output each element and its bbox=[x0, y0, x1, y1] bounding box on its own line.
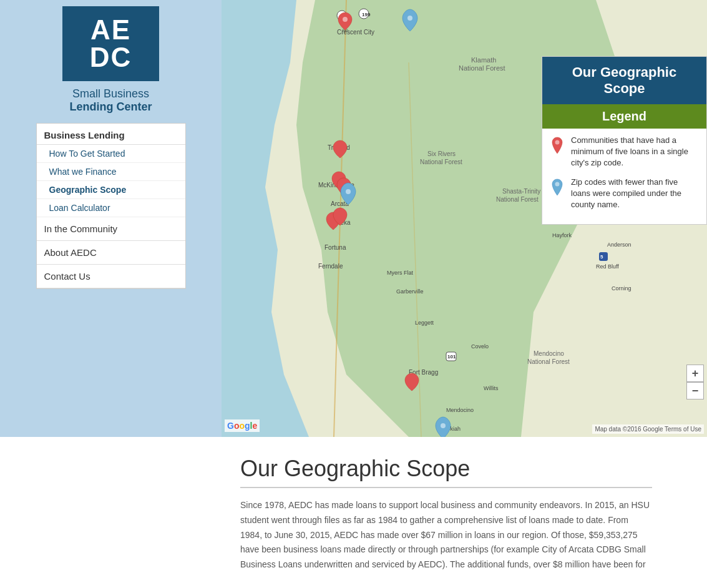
legend-pin-blue bbox=[550, 177, 565, 195]
legend-title-bar: Our Geographic Scope bbox=[542, 57, 706, 104]
nav-in-the-community[interactable]: In the Community bbox=[37, 217, 185, 241]
legend-pin-red bbox=[550, 135, 565, 154]
svg-text:5: 5 bbox=[600, 254, 603, 260]
org-line2: Lending Center bbox=[69, 100, 152, 114]
nav-how-to-get-started[interactable]: How To Get Started bbox=[37, 145, 185, 163]
google-logo: Google bbox=[225, 419, 260, 432]
legend-body: Communities that have had a minimum of f… bbox=[542, 129, 706, 224]
svg-text:Garberville: Garberville bbox=[396, 288, 424, 295]
svg-point-30 bbox=[407, 16, 412, 21]
svg-point-48 bbox=[555, 140, 560, 145]
org-line1: Small Business bbox=[69, 87, 152, 100]
svg-text:199: 199 bbox=[362, 12, 371, 17]
content-divider bbox=[240, 487, 652, 488]
content-title: Our Geographic Scope bbox=[240, 456, 676, 482]
map-container[interactable]: Crescent City Trinidad McKinleyville Arc… bbox=[222, 0, 707, 437]
legend-item-blue: Zip codes with fewer than five loans wer… bbox=[550, 177, 699, 211]
nav-about-aedc[interactable]: About AEDC bbox=[37, 241, 185, 265]
nav-loan-calculator[interactable]: Loan Calculator bbox=[37, 199, 185, 217]
svg-text:Shasta-Trinity: Shasta-Trinity bbox=[502, 188, 540, 195]
svg-text:Hayfork: Hayfork bbox=[552, 232, 572, 238]
svg-point-31 bbox=[441, 423, 446, 428]
svg-text:Willits: Willits bbox=[484, 385, 499, 391]
svg-point-49 bbox=[555, 182, 560, 186]
map-controls: + − bbox=[686, 365, 704, 399]
svg-text:Mendocino: Mendocino bbox=[534, 350, 564, 357]
svg-text:Myers Flat: Myers Flat bbox=[387, 270, 414, 276]
nav-geographic-scope[interactable]: Geographic Scope bbox=[37, 181, 185, 199]
svg-text:Covelo: Covelo bbox=[471, 343, 489, 350]
svg-text:Mendocino: Mendocino bbox=[446, 407, 474, 413]
svg-text:National Forest: National Forest bbox=[420, 159, 462, 165]
svg-text:Ferndale: Ferndale bbox=[318, 263, 343, 270]
legend-text-red: Communities that have had a minimum of f… bbox=[571, 135, 699, 169]
map-attribution: Map data ©2016 Google Terms of Use bbox=[592, 424, 704, 434]
svg-text:Anderson: Anderson bbox=[607, 242, 631, 248]
nav-container: Business Lending How To Get Started What… bbox=[36, 123, 186, 289]
svg-text:National Forest: National Forest bbox=[527, 358, 570, 365]
sidebar: AE DC Small Business Lending Center Busi… bbox=[0, 0, 222, 437]
svg-point-28 bbox=[343, 17, 348, 22]
svg-text:Leggett: Leggett bbox=[415, 320, 434, 326]
nav-what-we-finance[interactable]: What we Finance bbox=[37, 163, 185, 181]
zoom-out-button[interactable]: − bbox=[686, 382, 704, 399]
svg-text:Fortuna: Fortuna bbox=[324, 244, 346, 251]
svg-text:Red Bluff: Red Bluff bbox=[596, 263, 619, 270]
legend-overlay: Our Geographic Scope Legend Communities … bbox=[542, 56, 707, 225]
logo-letters: AE DC bbox=[90, 16, 132, 71]
svg-text:National Forest: National Forest bbox=[459, 64, 505, 72]
nav-contact-us[interactable]: Contact Us bbox=[37, 265, 185, 288]
bottom-section: Our Geographic Scope Since 1978, AEDC ha… bbox=[0, 437, 707, 588]
legend-subtitle-bar: Legend bbox=[542, 104, 706, 129]
legend-text-blue: Zip codes with fewer than five loans wer… bbox=[571, 177, 699, 211]
logo-box: AE DC bbox=[62, 6, 159, 81]
org-name: Small Business Lending Center bbox=[69, 87, 152, 114]
svg-text:Corning: Corning bbox=[612, 285, 631, 292]
svg-text:National Forest: National Forest bbox=[496, 196, 539, 203]
svg-point-29 bbox=[346, 189, 351, 194]
zoom-in-button[interactable]: + bbox=[686, 365, 704, 382]
svg-text:Six Rivers: Six Rivers bbox=[427, 150, 456, 157]
svg-text:Klamath: Klamath bbox=[471, 56, 496, 64]
nav-section-title: Business Lending bbox=[37, 124, 185, 145]
svg-text:101: 101 bbox=[447, 354, 456, 360]
content-text: Since 1978, AEDC has made loans to suppo… bbox=[240, 498, 652, 572]
legend-item-red: Communities that have had a minimum of f… bbox=[550, 135, 699, 169]
